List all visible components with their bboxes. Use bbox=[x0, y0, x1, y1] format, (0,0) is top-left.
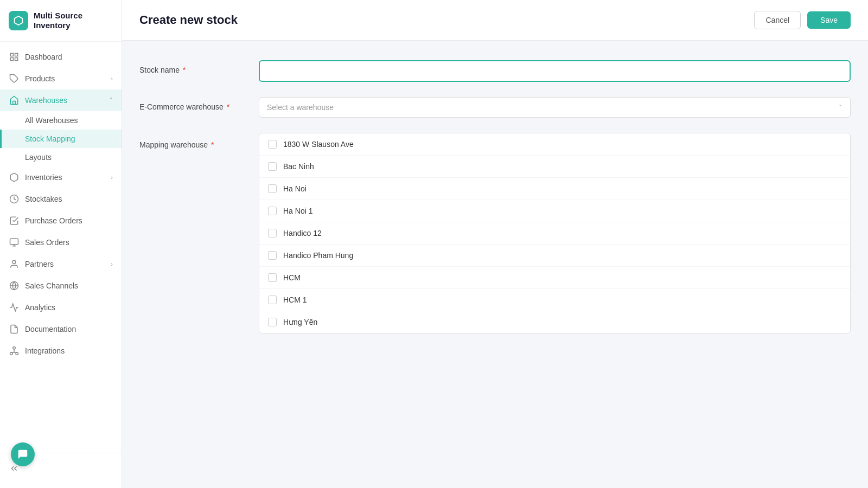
sidebar-item-sales-channels-label: Sales Channels bbox=[25, 281, 113, 290]
warehouse-name-8: Hưng Yên bbox=[283, 318, 317, 326]
warehouse-checkbox-list: 1830 W Slauson Ave Bac Ninh Ha Noi Ha No… bbox=[259, 133, 851, 333]
ecommerce-select[interactable]: Select a warehouse ˅ bbox=[259, 97, 851, 118]
warehouse-name-4: Handico 12 bbox=[283, 229, 322, 237]
warehouse-checkbox-5[interactable] bbox=[268, 251, 277, 260]
warehouse-icon bbox=[9, 95, 20, 106]
sidebar-item-inventories[interactable]: Inventories › bbox=[0, 166, 122, 188]
warehouse-name-7: HCM 1 bbox=[283, 296, 307, 304]
sidebar-sub-item-stock-mapping[interactable]: Stock Mapping bbox=[0, 130, 122, 148]
warehouse-name-5: Handico Pham Hung bbox=[283, 251, 353, 260]
integrations-icon bbox=[9, 345, 20, 356]
warehouse-name-6: HCM bbox=[283, 273, 301, 282]
sidebar-item-documentation[interactable]: Documentation bbox=[0, 318, 122, 340]
svg-rect-0 bbox=[10, 53, 13, 56]
warehouse-item[interactable]: Bac Ninh bbox=[259, 156, 850, 178]
sidebar-item-inventories-label: Inventories bbox=[25, 173, 105, 182]
sidebar-item-stocktakes-label: Stocktakes bbox=[25, 195, 113, 203]
svg-rect-3 bbox=[15, 58, 18, 61]
sidebar-item-sales-orders[interactable]: Sales Orders bbox=[0, 232, 122, 253]
svg-rect-2 bbox=[10, 58, 13, 61]
sidebar-item-warehouses-label: Warehouses bbox=[25, 96, 104, 105]
sidebar-header: Multi Source Inventory bbox=[0, 0, 122, 42]
svg-point-10 bbox=[12, 260, 16, 264]
main-nav: Dashboard Products › Warehouses ˅ All Wa… bbox=[0, 42, 122, 453]
app-title: Multi Source Inventory bbox=[34, 11, 113, 30]
sales-icon bbox=[9, 237, 20, 248]
svg-rect-1 bbox=[15, 53, 18, 56]
warehouse-name-1: Bac Ninh bbox=[283, 162, 314, 171]
warehouse-checkbox-6[interactable] bbox=[268, 273, 277, 282]
warehouse-item[interactable]: 1830 W Slauson Ave bbox=[259, 133, 850, 156]
sidebar-item-stocktakes[interactable]: Stocktakes bbox=[0, 188, 122, 210]
ecommerce-label: E-Commerce warehouse * bbox=[139, 97, 259, 111]
sidebar-sub-item-layouts[interactable]: Layouts bbox=[0, 148, 122, 166]
chevron-down-icon: ˅ bbox=[839, 104, 843, 112]
inventories-chevron: › bbox=[111, 174, 113, 181]
sidebar-item-products-label: Products bbox=[25, 74, 105, 83]
analytics-icon bbox=[9, 302, 20, 313]
layouts-label: Layouts bbox=[25, 153, 52, 162]
warehouse-name-0: 1830 W Slauson Ave bbox=[283, 140, 354, 149]
receipt-icon bbox=[9, 215, 20, 226]
svg-rect-7 bbox=[10, 239, 18, 245]
warehouse-item[interactable]: HCM bbox=[259, 267, 850, 289]
stock-mapping-label: Stock Mapping bbox=[25, 134, 75, 143]
sidebar-item-analytics[interactable]: Analytics bbox=[0, 297, 122, 318]
sidebar-item-partners[interactable]: Partners › bbox=[0, 253, 122, 275]
warehouses-chevron: ˅ bbox=[110, 97, 113, 104]
sidebar-item-warehouses[interactable]: Warehouses ˅ bbox=[0, 89, 122, 111]
cancel-button[interactable]: Cancel bbox=[754, 11, 801, 29]
warehouse-checkbox-1[interactable] bbox=[268, 162, 277, 171]
doc-icon bbox=[9, 324, 20, 335]
warehouse-item[interactable]: Ha Noi 1 bbox=[259, 200, 850, 222]
chat-button[interactable] bbox=[11, 442, 35, 466]
warehouse-item[interactable]: Handico Pham Hung bbox=[259, 245, 850, 267]
ecommerce-placeholder: Select a warehouse bbox=[267, 103, 334, 112]
warehouse-item[interactable]: Handico 12 bbox=[259, 222, 850, 245]
svg-rect-5 bbox=[13, 101, 16, 105]
stock-name-input[interactable] bbox=[259, 60, 851, 82]
sidebar-item-products[interactable]: Products › bbox=[0, 68, 122, 89]
sidebar-item-purchase-orders[interactable]: Purchase Orders bbox=[0, 210, 122, 232]
products-chevron: › bbox=[111, 75, 113, 82]
user-icon bbox=[9, 259, 20, 269]
warehouse-checkbox-7[interactable] bbox=[268, 296, 277, 304]
stock-name-control bbox=[259, 60, 851, 82]
sidebar-item-sales-orders-label: Sales Orders bbox=[25, 238, 113, 247]
tag-icon bbox=[9, 73, 20, 84]
warehouse-item[interactable]: Ha Noi bbox=[259, 178, 850, 200]
mapping-control: 1830 W Slauson Ave Bac Ninh Ha Noi Ha No… bbox=[259, 133, 851, 333]
page-header: Create new stock Cancel Save bbox=[122, 0, 868, 41]
stock-name-label: Stock name * bbox=[139, 60, 259, 74]
stock-name-group: Stock name * bbox=[139, 60, 851, 82]
warehouse-checkbox-2[interactable] bbox=[268, 184, 277, 193]
sidebar-item-dashboard[interactable]: Dashboard bbox=[0, 46, 122, 68]
svg-point-13 bbox=[13, 347, 16, 350]
partners-chevron: › bbox=[111, 261, 113, 267]
warehouse-name-2: Ha Noi bbox=[283, 184, 307, 193]
page-body: Stock name * E-Commerce warehouse * Sele… bbox=[122, 41, 868, 488]
save-button[interactable]: Save bbox=[807, 11, 851, 29]
warehouse-checkbox-3[interactable] bbox=[268, 207, 277, 215]
sidebar-sub-item-all-warehouses[interactable]: All Warehouses bbox=[0, 111, 122, 130]
sidebar-item-integrations[interactable]: Integrations bbox=[0, 340, 122, 362]
ecommerce-control: Select a warehouse ˅ bbox=[259, 97, 851, 118]
channels-icon bbox=[9, 280, 20, 291]
page-title: Create new stock bbox=[139, 13, 238, 27]
main-content: Create new stock Cancel Save Stock name … bbox=[122, 0, 868, 488]
warehouse-checkbox-0[interactable] bbox=[268, 140, 277, 149]
sidebar-item-purchase-orders-label: Purchase Orders bbox=[25, 216, 113, 225]
warehouse-checkbox-8[interactable] bbox=[268, 318, 277, 326]
warehouse-checkbox-4[interactable] bbox=[268, 229, 277, 237]
all-warehouses-label: All Warehouses bbox=[25, 116, 78, 125]
sidebar-item-sales-channels[interactable]: Sales Channels bbox=[0, 275, 122, 297]
warehouse-name-3: Ha Noi 1 bbox=[283, 207, 312, 215]
clock-icon bbox=[9, 194, 20, 204]
sidebar-item-partners-label: Partners bbox=[25, 260, 105, 268]
warehouse-item[interactable]: HCM 1 bbox=[259, 289, 850, 311]
header-actions: Cancel Save bbox=[754, 11, 851, 29]
ecommerce-warehouse-group: E-Commerce warehouse * Select a warehous… bbox=[139, 97, 851, 118]
warehouse-item[interactable]: Hưng Yên bbox=[259, 311, 850, 333]
box-icon bbox=[9, 172, 20, 183]
app-logo bbox=[9, 11, 28, 30]
